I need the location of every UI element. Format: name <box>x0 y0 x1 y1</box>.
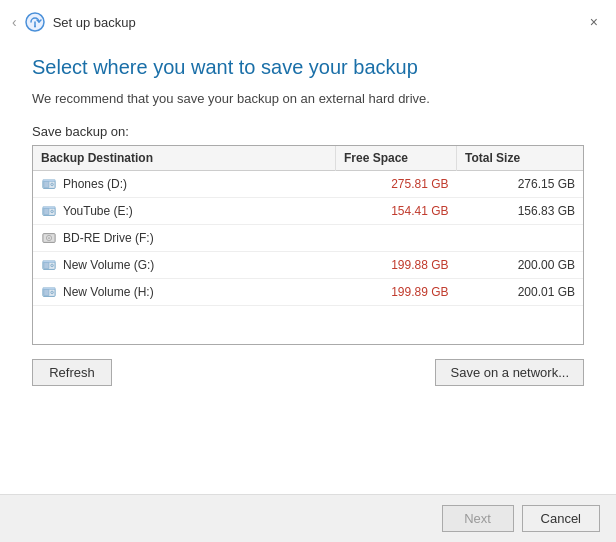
svg-rect-12 <box>43 207 55 209</box>
total-size-cell <box>457 225 584 252</box>
table-row[interactable]: Phones (D:) 275.81 GB276.15 GB <box>33 171 583 198</box>
free-space-cell: 199.88 GB <box>336 252 457 279</box>
drive-name: New Volume (G:) <box>63 258 154 272</box>
back-icon[interactable]: ‹ <box>12 14 17 30</box>
drive-name: New Volume (H:) <box>63 285 154 299</box>
cancel-button[interactable]: Cancel <box>522 505 600 532</box>
drive-name: BD-RE Drive (F:) <box>63 231 154 245</box>
save-network-button[interactable]: Save on a network... <box>435 359 584 386</box>
free-space-cell: 154.41 GB <box>336 198 457 225</box>
col-header-free-space: Free Space <box>336 146 457 171</box>
table-row[interactable]: New Volume (G:) 199.88 GB200.00 GB <box>33 252 583 279</box>
drive-name: YouTube (E:) <box>63 204 133 218</box>
drive-cell: Phones (D:) <box>41 176 328 192</box>
svg-rect-7 <box>43 180 55 182</box>
free-space-cell: 275.81 GB <box>336 171 457 198</box>
col-header-total-size: Total Size <box>457 146 584 171</box>
drive-cell: BD-RE Drive (F:) <box>41 230 328 246</box>
svg-point-15 <box>48 237 50 239</box>
drive-table: Backup Destination Free Space Total Size… <box>33 146 583 306</box>
svg-point-2 <box>34 26 36 28</box>
drive-icon <box>41 230 57 246</box>
svg-rect-20 <box>43 261 55 263</box>
backup-icon <box>25 12 45 32</box>
svg-point-19 <box>52 265 53 266</box>
drive-cell: YouTube (E:) <box>41 203 328 219</box>
col-header-destination: Backup Destination <box>33 146 336 171</box>
drive-icon <box>41 203 57 219</box>
close-button[interactable]: × <box>584 13 604 31</box>
table-row[interactable]: BD-RE Drive (F:) <box>33 225 583 252</box>
drive-cell: New Volume (G:) <box>41 257 328 273</box>
page-heading: Select where you want to save your backu… <box>32 56 584 79</box>
svg-rect-25 <box>43 288 55 290</box>
table-header-row: Backup Destination Free Space Total Size <box>33 146 583 171</box>
table-row[interactable]: New Volume (H:) 199.89 GB200.01 GB <box>33 279 583 306</box>
total-size-cell: 200.01 GB <box>457 279 584 306</box>
next-button[interactable]: Next <box>442 505 514 532</box>
total-size-cell: 200.00 GB <box>457 252 584 279</box>
svg-rect-9 <box>44 208 49 214</box>
drive-icon <box>41 176 57 192</box>
free-space-cell <box>336 225 457 252</box>
footer: Next Cancel <box>0 494 616 542</box>
total-size-cell: 156.83 GB <box>457 198 584 225</box>
title-bar-left: ‹ Set up backup <box>12 12 136 32</box>
drive-icon <box>41 257 57 273</box>
action-buttons-row: Refresh Save on a network... <box>32 359 584 386</box>
title-bar-title: Set up backup <box>53 15 136 30</box>
drive-cell: New Volume (H:) <box>41 284 328 300</box>
svg-rect-22 <box>44 289 49 295</box>
svg-point-24 <box>52 292 53 293</box>
svg-point-11 <box>52 211 53 212</box>
drive-table-container: Backup Destination Free Space Total Size… <box>32 145 584 345</box>
free-space-cell: 199.89 GB <box>336 279 457 306</box>
save-label: Save backup on: <box>32 124 584 139</box>
main-content: Select where you want to save your backu… <box>0 36 616 494</box>
svg-rect-4 <box>44 181 49 187</box>
refresh-button[interactable]: Refresh <box>32 359 112 386</box>
svg-point-6 <box>52 184 53 185</box>
total-size-cell: 276.15 GB <box>457 171 584 198</box>
title-bar: ‹ Set up backup × <box>0 0 616 36</box>
drive-name: Phones (D:) <box>63 177 127 191</box>
recommendation-text: We recommend that you save your backup o… <box>32 91 584 106</box>
table-row[interactable]: YouTube (E:) 154.41 GB156.83 GB <box>33 198 583 225</box>
drive-icon <box>41 284 57 300</box>
svg-rect-17 <box>44 262 49 268</box>
